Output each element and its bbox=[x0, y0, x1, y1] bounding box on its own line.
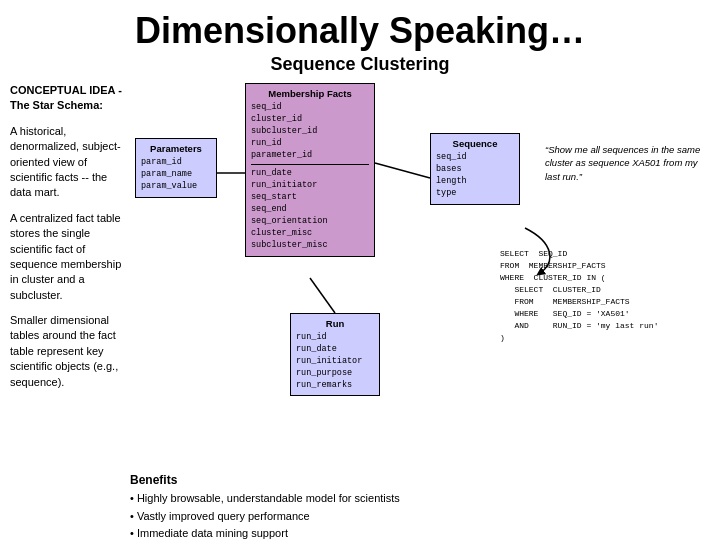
benefit-3: • Immediate data mining support bbox=[130, 525, 710, 540]
svg-line-2 bbox=[310, 278, 335, 313]
sequence-title: Sequence bbox=[436, 138, 514, 149]
mem-divider bbox=[251, 164, 369, 165]
centralized-text: A centralized fact table stores the sing… bbox=[10, 212, 121, 301]
mem-field-12: subcluster_misc bbox=[251, 240, 369, 252]
mem-field-9: seq_end bbox=[251, 204, 369, 216]
param-field-2: param_name bbox=[141, 169, 211, 181]
run-field-1: run_id bbox=[296, 332, 374, 344]
mem-field-3: subcluster_id bbox=[251, 126, 369, 138]
seq-field-3: length bbox=[436, 176, 514, 188]
quote-box: “Show me all sequences in the same clust… bbox=[545, 143, 705, 183]
diagram-area: Parameters param_id param_name param_val… bbox=[135, 83, 710, 463]
main-title: Dimensionally Speaking… bbox=[0, 0, 720, 52]
sub-title: Sequence Clustering bbox=[0, 54, 720, 75]
left-text-panel: CONCEPTUAL IDEA - The Star Schema: A his… bbox=[10, 83, 125, 463]
concept-title: CONCEPTUAL IDEA - The Star Schema: bbox=[10, 84, 122, 111]
sql-line-5: FROM MEMBERSHIP_FACTS bbox=[500, 296, 710, 308]
mem-field-6: run_date bbox=[251, 168, 369, 180]
param-field-3: param_value bbox=[141, 181, 211, 193]
mem-field-2: cluster_id bbox=[251, 114, 369, 126]
concept-section: CONCEPTUAL IDEA - The Star Schema: bbox=[10, 83, 125, 114]
mem-field-7: run_initiator bbox=[251, 180, 369, 192]
run-box: Run run_id run_date run_initiator run_pu… bbox=[290, 313, 380, 396]
seq-field-1: seq_id bbox=[436, 152, 514, 164]
parameters-title: Parameters bbox=[141, 143, 211, 154]
run-field-2: run_date bbox=[296, 344, 374, 356]
centralized-section: A centralized fact table stores the sing… bbox=[10, 211, 125, 303]
sql-line-7: AND RUN_ID = 'my last run' bbox=[500, 320, 710, 332]
smaller-section: Smaller dimensional tables around the fa… bbox=[10, 313, 125, 390]
historical-section: A historical, denormalized, subject-orie… bbox=[10, 124, 125, 201]
mem-field-5: parameter_id bbox=[251, 150, 369, 162]
sql-line-3: WHERE CLUSTER_ID IN ( bbox=[500, 272, 710, 284]
historical-text: A historical, denormalized, subject-orie… bbox=[10, 125, 121, 199]
seq-field-2: bases bbox=[436, 164, 514, 176]
sql-line-4: SELECT CLUSTER_ID bbox=[500, 284, 710, 296]
seq-field-4: type bbox=[436, 188, 514, 200]
sql-line-2: FROM MEMBERSHIP_FACTS bbox=[500, 260, 710, 272]
content-area: CONCEPTUAL IDEA - The Star Schema: A his… bbox=[0, 75, 720, 463]
sql-line-6: WHERE SEQ_ID = 'XA501' bbox=[500, 308, 710, 320]
sequence-box: Sequence seq_id bases length type bbox=[430, 133, 520, 205]
run-field-4: run_purpose bbox=[296, 368, 374, 380]
mem-field-1: seq_id bbox=[251, 102, 369, 114]
param-field-1: param_id bbox=[141, 157, 211, 169]
mem-field-8: seq_start bbox=[251, 192, 369, 204]
benefits-title: Benefits bbox=[130, 471, 710, 490]
benefit-2: • Vastly improved query performance bbox=[130, 508, 710, 526]
run-field-3: run_initiator bbox=[296, 356, 374, 368]
sql-area: SELECT SEQ_ID FROM MEMBERSHIP_FACTS WHER… bbox=[500, 248, 710, 344]
membership-box: Membership Facts seq_id cluster_id subcl… bbox=[245, 83, 375, 257]
mem-field-4: run_id bbox=[251, 138, 369, 150]
sql-line-1: SELECT SEQ_ID bbox=[500, 248, 710, 260]
benefit-1: • Highly browsable, understandable model… bbox=[130, 490, 710, 508]
benefits-area: Benefits • Highly browsable, understanda… bbox=[0, 463, 720, 540]
mem-field-11: cluster_misc bbox=[251, 228, 369, 240]
mem-field-10: seq_orientation bbox=[251, 216, 369, 228]
run-title: Run bbox=[296, 318, 374, 329]
run-field-5: run_remarks bbox=[296, 380, 374, 392]
membership-title: Membership Facts bbox=[251, 88, 369, 99]
smaller-text: Smaller dimensional tables around the fa… bbox=[10, 314, 118, 388]
parameters-box: Parameters param_id param_name param_val… bbox=[135, 138, 217, 198]
svg-line-1 bbox=[375, 163, 430, 178]
sql-line-8: ) bbox=[500, 332, 710, 344]
